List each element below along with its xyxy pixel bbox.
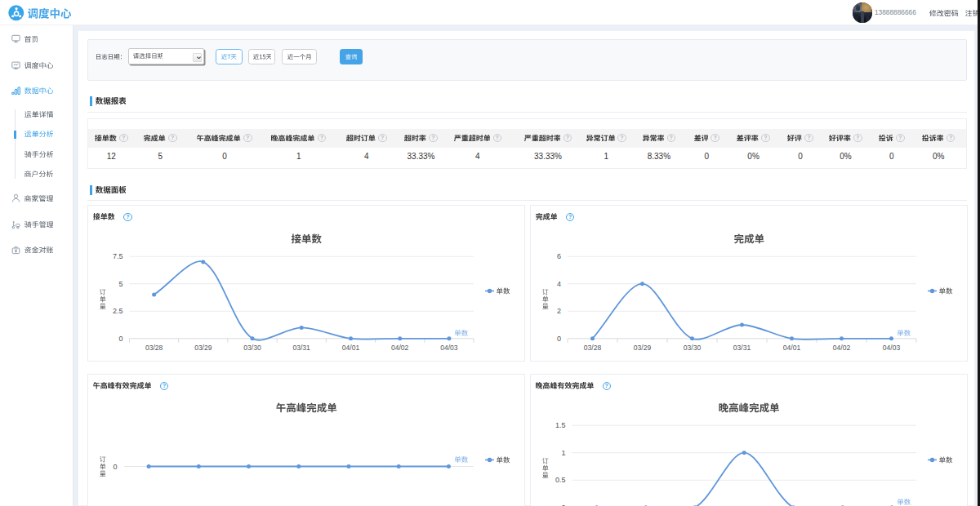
svg-text:1: 1 (561, 448, 565, 456)
svg-text:0: 0 (556, 334, 560, 342)
svg-text:04/02: 04/02 (832, 343, 850, 351)
svg-text:0.5: 0.5 (555, 476, 565, 484)
svg-text:0: 0 (561, 503, 565, 506)
svg-text:03/29: 03/29 (633, 343, 651, 351)
svg-text:0: 0 (118, 334, 122, 342)
svg-text:04/03: 04/03 (440, 343, 458, 351)
svg-text:2: 2 (556, 307, 560, 315)
svg-text:6: 6 (556, 252, 560, 260)
svg-text:04/02: 04/02 (391, 343, 409, 351)
svg-text:2.5: 2.5 (112, 307, 122, 315)
svg-text:04/01: 04/01 (341, 343, 359, 351)
svg-text:04/03: 04/03 (882, 343, 900, 351)
svg-text:03/31: 03/31 (733, 343, 751, 351)
svg-text:03/28: 03/28 (145, 343, 163, 351)
svg-text:7.5: 7.5 (112, 252, 122, 260)
svg-text:5: 5 (118, 279, 122, 287)
svg-text:0: 0 (113, 462, 117, 470)
svg-text:4: 4 (556, 279, 560, 287)
svg-text:03/28: 03/28 (583, 343, 601, 351)
svg-text:04/01: 04/01 (782, 343, 800, 351)
svg-text:1.5: 1.5 (555, 421, 565, 429)
svg-text:03/30: 03/30 (683, 343, 701, 351)
svg-text:03/30: 03/30 (243, 343, 261, 351)
svg-text:03/31: 03/31 (292, 343, 310, 351)
svg-text:03/29: 03/29 (194, 343, 212, 351)
